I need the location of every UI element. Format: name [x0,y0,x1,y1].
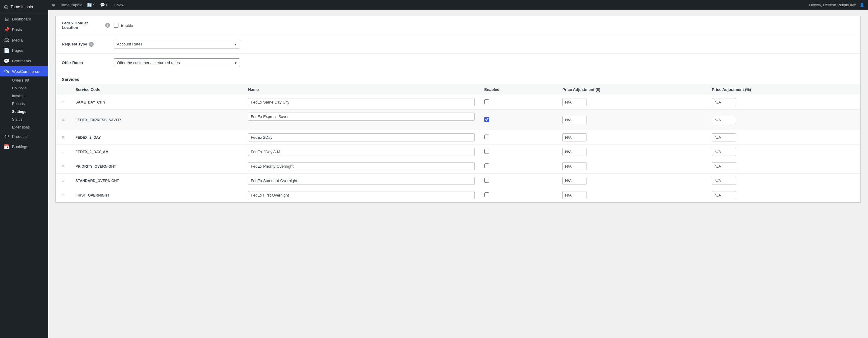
admin-bar-left: ⊛ Tame Impala 🔄 9 💬 0 + New [52,3,124,7]
hold-at-location-help-icon[interactable]: ? [105,23,110,28]
price-adj-pct-input[interactable] [712,148,736,156]
sidebar-item-media[interactable]: 🖼 Media [0,35,48,45]
products-icon: 🏷 [4,134,10,139]
hold-at-location-control: Enable [114,23,855,28]
extensions-label: Extensions [12,125,30,129]
sidebar-item-products[interactable]: 🏷 Products [0,131,48,141]
enabled-cell [479,159,558,174]
table-row: ≡ FEDEX_2_DAY_AM [56,145,861,159]
sidebar-item-orders[interactable]: Orders 98 [0,76,48,84]
enabled-checkbox[interactable] [484,117,489,122]
enabled-checkbox[interactable] [484,99,489,104]
sidebar: ⊛ Tame Impala ⊞ Dashboard 📌 Posts 🖼 Medi… [0,0,48,338]
enabled-checkbox[interactable] [484,192,489,197]
site-link[interactable]: Tame Impala [60,3,82,7]
enabled-checkbox[interactable] [484,149,489,154]
price-adj-input[interactable] [562,98,587,106]
drag-handle[interactable]: ≡ [61,164,66,169]
sidebar-item-reports[interactable]: Reports [0,100,48,108]
hold-at-location-checkbox-label[interactable]: Enable [114,23,855,28]
hold-at-location-checkbox[interactable] [114,23,119,28]
new-item[interactable]: + New [113,3,124,7]
drag-handle[interactable]: ≡ [61,117,66,122]
sidebar-item-settings[interactable]: Settings [0,108,48,115]
price-adj-input[interactable] [562,148,587,156]
price-adj-pct-input[interactable] [712,162,736,170]
service-name-cell [243,159,479,174]
service-name-cell [243,174,479,188]
enabled-checkbox[interactable] [484,135,489,139]
service-name-input[interactable] [248,133,475,141]
price-adj-input[interactable] [562,177,587,185]
sidebar-item-woocommerce[interactable]: 🛍 WooCommerce [0,66,48,76]
price-adj-input[interactable] [562,162,587,170]
sidebar-item-pages[interactable]: 📄 Pages [0,45,48,56]
request-type-select[interactable]: Account Rates List Rates Incentive Rates [114,40,240,48]
table-row: ≡ FEDEX_2_DAY [56,130,861,145]
sidebar-item-label: Pages [12,48,23,53]
comments-count[interactable]: 💬 0 [100,3,108,7]
price-adj-pct-input[interactable] [712,116,736,124]
coupons-label: Coupons [12,86,27,90]
service-name-cell [243,130,479,145]
site-name[interactable]: Tame Impala [10,4,33,9]
service-name-input[interactable] [248,191,475,199]
services-table: Service Code Name Enabled Price Adjustme… [56,84,861,202]
price-adj-pct-input[interactable] [712,191,736,199]
user-avatar: 👤 [860,3,864,7]
price-adj-pct-input[interactable] [712,98,736,106]
drag-cell: ≡ [56,174,70,188]
sidebar-item-status[interactable]: Status [0,115,48,124]
price-adj-input[interactable] [562,133,587,141]
drag-handle[interactable]: ≡ [61,178,66,183]
sidebar-item-invoices[interactable]: Invoices [0,92,48,100]
content-area: FedEx Hold at Location ? Enable Request … [48,10,868,338]
drag-handle[interactable]: ≡ [61,193,66,198]
drag-handle[interactable]: ≡ [61,100,66,105]
comments-icon: 💬 [4,58,10,64]
updates-count[interactable]: 🔄 9 [87,3,95,7]
price-adj-pct-input[interactable] [712,177,736,185]
drag-cell: ≡ [56,109,70,130]
request-type-help-icon[interactable]: ? [89,42,94,47]
enabled-checkbox[interactable] [484,163,489,168]
price-adj-cell [558,130,707,145]
service-code: SAME_DAY_CITY [75,100,105,104]
user-greeting: Howdy, Devesh PluginHive [809,3,856,7]
settings-section: FedEx Hold at Location ? Enable Request … [56,15,861,203]
service-name-input[interactable] [248,148,475,156]
service-name-input[interactable] [248,112,475,121]
sidebar-item-extensions[interactable]: Extensions [0,124,48,131]
sidebar-header: ⊛ Tame Impala [0,0,48,14]
price-adj-pct-input[interactable] [712,133,736,141]
sidebar-item-bookings[interactable]: 📅 Bookings [0,141,48,152]
service-code-cell: FEDEX_2_DAY_AM [70,145,243,159]
drag-handle[interactable]: ≡ [61,149,66,155]
price-adj-cell [558,159,707,174]
sidebar-item-posts[interactable]: 📌 Posts [0,24,48,35]
service-name-input[interactable] [248,98,475,106]
service-name-input[interactable] [248,177,475,185]
price-adj-pct-cell [707,174,861,188]
service-code: FEDEX_2_DAY [75,135,101,140]
enabled-cell [479,95,558,109]
drag-handle[interactable]: ≡ [61,135,66,140]
sidebar-item-coupons[interactable]: Coupons [0,84,48,92]
services-section-title: Services [56,72,861,84]
drag-cell: ≡ [56,145,70,159]
price-adj-input[interactable] [562,116,587,124]
sidebar-item-dashboard[interactable]: ⊞ Dashboard [0,14,48,24]
request-type-control: Account Rates List Rates Incentive Rates [114,40,855,48]
service-name-cell [243,145,479,159]
enabled-checkbox[interactable] [484,178,489,183]
service-code: FEDEX_EXPRESS_SAVER [75,118,121,122]
price-adj-cell [558,145,707,159]
offer-rates-row: Offer Rates Offer the customer all retur… [56,54,861,72]
arrow-indicator: ← [251,121,256,127]
service-name-input[interactable] [248,162,475,170]
price-adj-input[interactable] [562,191,587,199]
sidebar-item-comments[interactable]: 💬 Comments [0,56,48,66]
price-adj-pct-cell [707,109,861,130]
enabled-cell [479,109,558,130]
offer-rates-select[interactable]: Offer the customer all returned rates Of… [114,58,240,67]
